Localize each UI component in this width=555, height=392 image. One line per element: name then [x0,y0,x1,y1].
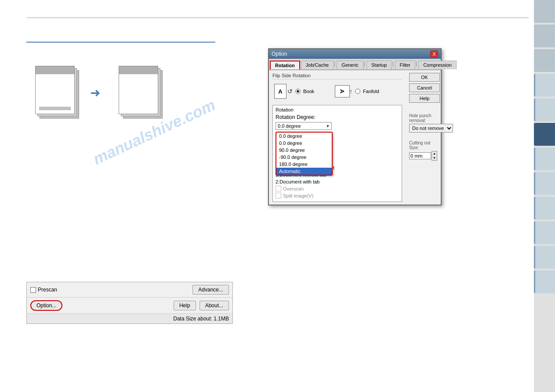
fanfold-label: Fanfold [363,89,379,94]
doc-info-tab: 2:Document with tab [276,179,319,184]
option-dialog: Option X Rotation Job/Cache | Generic | … [268,48,442,205]
page-header-right [119,66,158,74]
dialog-tabs: Rotation Job/Cache | Generic | Startup |… [269,59,441,70]
flip-book-icon: A ↺ [274,84,293,99]
sidebar-tab-1[interactable] [534,0,555,23]
cutting-out-section: Cutting out Size: ▲ ▼ [409,140,437,161]
rotation-dropdown-list: 0.0 degree 0.0 degree 90.0 degree -90.0 … [276,132,333,176]
sidebar-tab-3[interactable] [534,49,555,72]
tab-separator-3: | [392,61,393,69]
sidebar-tab-6[interactable] [534,123,555,146]
dialog-title: Option [272,51,287,57]
fanfold-page-icon: A [335,85,350,97]
option-button[interactable]: Option... [30,300,62,311]
split-image-label: Split image(V) [283,193,313,198]
dialog-right: OK Cancel Help Hole punch removal: Do no… [406,70,441,205]
rotation-dropdown-trigger[interactable]: 0.0 degree ▼ [276,122,332,130]
split-image-checkbox[interactable] [276,193,281,198]
book-label: Book [303,89,314,94]
sidebar-tab-10[interactable] [534,221,555,244]
data-size-row: Data Size about: 1.1MB [27,313,232,324]
sidebar-tab-7[interactable] [534,147,555,170]
data-size-label: Data Size about: [173,316,212,322]
tab-rotation[interactable]: Rotation [270,61,300,69]
hole-punch-section: Hole punch removal: Do not remove [409,113,437,133]
tab-generic[interactable]: Generic [337,61,363,69]
fanfold-radio[interactable] [355,89,360,94]
sidebar-tab-9[interactable] [534,197,555,219]
scanner-dialog: Prescan Advance... Option... Help About.… [26,282,233,324]
tab-separator-2: | [364,61,365,69]
tab-separator-4: | [416,61,417,69]
page-header [36,66,74,74]
rotation-option-automatic[interactable]: Automatic [276,168,332,175]
rotation-section-label: Rotation [276,107,399,112]
flip-side-section: Flip Side Rotation A ↺ Book A [272,73,402,101]
rotation-degree-row: Rotation Degree: [276,114,399,120]
flip-fanfold-icon: A ↑ [336,84,352,99]
rotation-option-180[interactable]: 180.0 degree [276,161,332,168]
page-footer [39,107,71,110]
sidebar-tab-4[interactable] [534,74,555,97]
spin-up-button[interactable]: ▲ [432,151,437,156]
dropdown-arrow-icon: ▼ [326,124,330,128]
rotation-option-neg90[interactable]: -90.0 degree [276,154,332,161]
overscan-row: Overscan [276,186,399,191]
overscan-checkbox[interactable] [276,186,281,191]
ok-button[interactable]: OK [409,73,440,82]
rotation-current-value: 0.0 degree [278,123,301,129]
rotation-option-0-0b[interactable]: 0.0 degree [276,140,332,147]
flip-book-option: A ↺ Book [274,84,314,99]
sidebar-tab-11[interactable] [534,246,555,269]
cutting-out-input-row: ▲ ▼ [409,151,437,161]
help-dialog-button[interactable]: Help [409,94,440,103]
sidebar-tab-5[interactable] [534,98,555,121]
overscan-label: Overscan [283,186,304,191]
prescan-label: Prescan [30,287,57,293]
advance-button[interactable]: Advance... [192,285,229,295]
page-main-left [35,66,75,114]
dialog-titlebar: Option X [269,49,441,59]
rotation-dropdown-open: 0.0 degree ▼ 0.0 degree 0.0 degree 90.0 … [276,122,332,130]
arrow-icon: ➜ [90,86,100,100]
cancel-button[interactable]: Cancel [409,83,440,92]
hole-punch-label: Hole punch removal: [409,113,437,123]
help-button[interactable]: Help [174,301,196,310]
data-size-value: 1.1MB [214,316,229,322]
page-main-right [119,66,158,114]
about-button[interactable]: About... [200,301,229,310]
cutting-out-spinners: ▲ ▼ [432,151,437,161]
rotation-degree-label: Rotation Degree: [276,114,316,120]
tab-compression[interactable]: Compression [418,61,457,69]
dialog-close-button[interactable]: X [430,50,438,58]
tab-filter[interactable]: Filter [395,61,415,69]
fanfold-arrow-icon: ↑ [349,88,352,95]
doc-info-row-3: 2:Document with tab [276,179,399,184]
flip-side-options: A ↺ Book A ↑ Fanfold [272,82,402,101]
book-radio[interactable] [295,89,301,94]
flip-side-label: Flip Side Rotation [272,73,402,79]
spin-down-button[interactable]: ▼ [432,156,437,160]
rotation-section: Rotation Rotation Degree: 0.0 degree ▼ 0… [272,105,402,202]
sidebar [534,0,555,392]
cutting-out-label: Cutting out Size: [409,140,437,150]
sidebar-tab-2[interactable] [534,25,555,47]
scanner-buttons-row: Option... Help About... [27,298,232,313]
split-image-row: Split image(V) [276,193,399,198]
tab-startup[interactable]: Startup [366,61,392,69]
main-content: ➜ Prescan Advance... Option... Help Abou… [0,0,534,392]
hole-punch-select[interactable]: Do not remove [409,124,453,133]
tab-job-cache[interactable]: Job/Cache [301,61,334,69]
dialog-main: Flip Side Rotation A ↺ Book A [269,70,406,205]
flip-fanfold-option: A ↑ Fanfold [336,84,379,99]
sidebar-tab-12[interactable] [534,270,555,293]
prescan-checkbox[interactable] [30,287,36,293]
book-arrow-icon: ↺ [287,88,293,95]
rotation-option-90[interactable]: 90.0 degree [276,147,332,154]
rotation-option-0-0[interactable]: 0.0 degree [276,133,332,140]
sidebar-tab-8[interactable] [534,172,555,195]
dialog-inner: Flip Side Rotation A ↺ Book A [269,70,441,205]
cutting-out-input[interactable] [409,152,431,159]
book-page-icon: A [274,84,287,99]
prescan-row: Prescan Advance... [27,282,232,298]
